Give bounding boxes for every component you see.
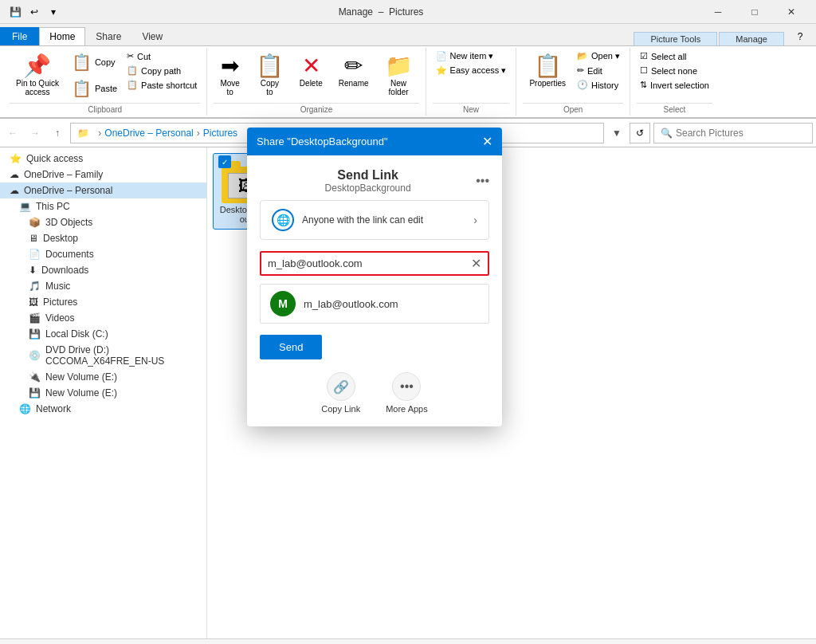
3d-objects-icon: 📦 — [29, 217, 41, 228]
save-icon[interactable]: 💾 — [6, 3, 24, 21]
new-item-button[interactable]: 📄 New item ▾ — [433, 49, 510, 63]
sidebar-item-onedrive-personal[interactable]: ☁ OneDrive – Personal — [0, 183, 206, 198]
quick-access-toolbar: 💾 ↩ ▾ — [6, 3, 62, 21]
refresh-button[interactable]: ↺ — [630, 123, 650, 143]
email-input[interactable] — [268, 257, 471, 269]
search-box[interactable]: 🔍 — [653, 123, 813, 143]
dropdown-button[interactable]: ▼ — [607, 124, 626, 143]
list-view-button[interactable]: ≡ — [771, 642, 789, 645]
copy-link-action[interactable]: 🔗 Copy Link — [321, 372, 360, 414]
music-icon: 🎵 — [29, 281, 41, 292]
copy-paste-col: 📋 Copy 📋 Paste — [67, 49, 122, 101]
breadcrumb-home[interactable] — [92, 128, 95, 139]
copy-icon: 📋 — [72, 53, 92, 72]
share-permission-row[interactable]: 🌐 Anyone with the link can edit › — [260, 200, 489, 240]
network-icon: 🌐 — [19, 403, 31, 414]
title-bar: 💾 ↩ ▾ Manage – Pictures ─ □ ✕ — [0, 0, 816, 24]
pictures-label: Pictures — [389, 6, 423, 18]
folder-checkbox-desktopbg[interactable]: ✓ — [218, 155, 231, 168]
sidebar-item-dvd-drive[interactable]: 💿 DVD Drive (D:) CCCOMA_X64FRE_EN-US — [0, 342, 206, 369]
tab-view[interactable]: View — [131, 27, 173, 45]
suggestion-item[interactable]: M m_lab@outlook.com — [261, 285, 488, 323]
back-button[interactable]: ← — [3, 124, 22, 143]
paste-shortcut-icon: 📋 — [127, 80, 138, 90]
new-folder-button[interactable]: 📁 New folder — [379, 49, 419, 100]
invert-selection-button[interactable]: ⇅ Invert selection — [637, 78, 712, 92]
close-button[interactable]: ✕ — [773, 0, 810, 24]
edit-icon: ✏ — [577, 65, 584, 76]
breadcrumb-pictures[interactable]: Pictures — [203, 128, 237, 139]
breadcrumb-sep2: › — [197, 128, 200, 139]
window-title: Manage – Pictures — [62, 6, 700, 18]
sidebar-item-downloads[interactable]: ⬇ Downloads — [0, 262, 206, 278]
sidebar-item-onedrive-family[interactable]: ☁ OneDrive – Family — [0, 167, 206, 183]
tab-manage[interactable]: Manage — [719, 32, 784, 45]
open-button[interactable]: 📂 Open ▾ — [574, 49, 623, 63]
move-to-button[interactable]: ➡ Move to — [214, 49, 245, 100]
local-disk-icon: 💾 — [29, 328, 41, 340]
breadcrumb-onedrive[interactable]: OneDrive – Personal — [104, 128, 193, 139]
maximize-button[interactable]: □ — [736, 0, 773, 24]
rename-button[interactable]: ✏ Rename — [332, 49, 375, 91]
cut-button[interactable]: ✂ Cut — [124, 49, 200, 63]
quick-access-icon: ⭐ — [10, 153, 22, 164]
grid-view-button[interactable]: ⊞ — [792, 642, 810, 645]
sidebar-item-this-pc[interactable]: 💻 This PC — [0, 198, 206, 214]
copy-link-label: Copy Link — [321, 404, 360, 414]
sidebar-item-new-volume-e2[interactable]: 💾 New Volume (E:) — [0, 385, 206, 401]
sidebar-item-pictures[interactable]: 🖼 Pictures — [0, 294, 206, 310]
tab-share[interactable]: Share — [85, 27, 131, 45]
new-volume-e1-label: New Volume (E:) — [45, 371, 117, 383]
share-actions: 🔗 Copy Link ••• More Apps — [260, 372, 489, 414]
undo-icon[interactable]: ↩ — [26, 3, 43, 21]
organize-group-label: Organize — [214, 103, 418, 114]
new-items: 📄 New item ▾ ⭐ Easy access ▾ — [433, 49, 510, 101]
send-button[interactable]: Send — [260, 335, 322, 359]
copy-to-button[interactable]: 📋 Copy to — [249, 49, 290, 100]
search-input[interactable] — [676, 128, 806, 139]
share-dialog-close-button[interactable]: ✕ — [482, 134, 492, 149]
tab-home[interactable]: Home — [39, 27, 85, 45]
open-label: Open ▾ — [591, 51, 620, 61]
forward-button[interactable]: → — [26, 124, 45, 143]
copy-path-button[interactable]: 📋 Copy path — [124, 64, 200, 77]
network-label: Network — [36, 403, 71, 414]
sidebar-item-quick-access[interactable]: ⭐ Quick access — [0, 151, 206, 167]
sidebar-item-music[interactable]: 🎵 Music — [0, 278, 206, 294]
edit-button[interactable]: ✏ Edit — [574, 64, 623, 77]
suggestion-list: M m_lab@outlook.com — [260, 284, 489, 324]
select-all-button[interactable]: ☑ Select all — [637, 49, 712, 63]
tab-file[interactable]: File — [0, 27, 39, 45]
sidebar-item-local-disk[interactable]: 💾 Local Disk (C:) — [0, 326, 206, 342]
properties-button[interactable]: 📋 Properties — [523, 49, 572, 91]
sidebar-item-3d-objects[interactable]: 📦 3D Objects — [0, 214, 206, 230]
customize-toolbar-icon[interactable]: ▾ — [45, 3, 62, 21]
sidebar-item-desktop[interactable]: 🖥 Desktop — [0, 230, 206, 246]
sidebar-item-videos[interactable]: 🎬 Videos — [0, 310, 206, 326]
sidebar-item-network[interactable]: 🌐 Network — [0, 401, 206, 417]
history-button[interactable]: 🕐 History — [574, 78, 623, 92]
rename-label: Rename — [339, 79, 369, 88]
select-none-button[interactable]: ☐ Select none — [637, 64, 712, 77]
ribbon-group-select: ☑ Select all ☐ Select none ⇅ Invert sele… — [630, 48, 719, 116]
tab-picture-tools[interactable]: Picture Tools — [634, 32, 717, 45]
clipboard-actions-col: ✂ Cut 📋 Copy path 📋 Paste shortcut — [124, 49, 200, 92]
copy-button[interactable]: 📋 Copy — [67, 49, 122, 75]
paste-shortcut-button[interactable]: 📋 Paste shortcut — [124, 78, 200, 92]
up-button[interactable]: ↑ — [48, 124, 67, 143]
help-icon[interactable]: ? — [784, 27, 816, 45]
downloads-icon: ⬇ — [29, 265, 37, 276]
email-clear-button[interactable]: ✕ — [471, 256, 481, 271]
select-all-label: Select all — [651, 52, 687, 61]
pin-to-quick-access-button[interactable]: 📌 Pin to Quick access — [10, 49, 65, 100]
sidebar-item-new-volume-e1[interactable]: 🔌 New Volume (E:) — [0, 369, 206, 385]
sidebar-item-documents[interactable]: 📄 Documents — [0, 246, 206, 262]
minimize-button[interactable]: ─ — [700, 0, 736, 24]
videos-label: Videos — [45, 312, 74, 324]
paste-button[interactable]: 📋 Paste — [67, 76, 122, 101]
delete-button[interactable]: ✕ Delete — [293, 49, 329, 91]
share-more-button[interactable]: ••• — [476, 174, 489, 188]
more-apps-action[interactable]: ••• More Apps — [386, 372, 428, 414]
new-folder-icon: 📁 — [385, 53, 413, 79]
easy-access-button[interactable]: ⭐ Easy access ▾ — [433, 64, 510, 77]
